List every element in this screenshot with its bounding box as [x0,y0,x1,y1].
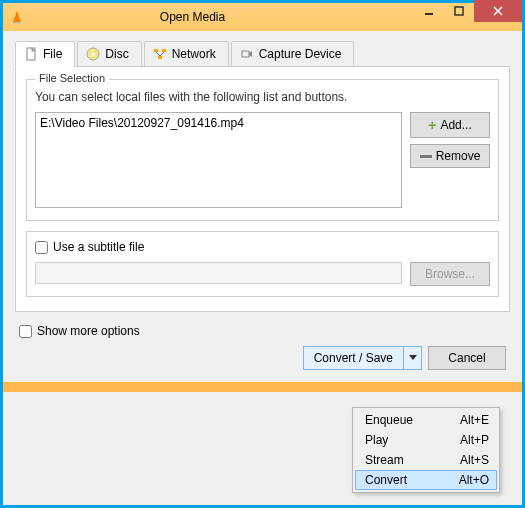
remove-button[interactable]: Remove [410,144,490,168]
cancel-button[interactable]: Cancel [428,346,506,370]
file-panel: File Selection You can select local file… [15,67,510,312]
browse-button-label: Browse... [425,267,475,281]
convert-save-button[interactable]: Convert / Save [303,346,404,370]
menu-item-shortcut: Alt+E [460,413,489,427]
menu-item-convert[interactable]: Convert Alt+O [355,470,497,490]
svg-point-8 [92,53,95,56]
svg-rect-14 [242,51,249,57]
subtitle-checkbox[interactable] [35,241,48,254]
minus-icon [420,155,432,158]
disc-icon [86,47,100,61]
menu-item-enqueue[interactable]: Enqueue Alt+E [355,410,497,430]
svg-marker-16 [409,355,417,360]
menu-item-stream[interactable]: Stream Alt+S [355,450,497,470]
tab-capture[interactable]: Capture Device [231,41,355,66]
remove-button-label: Remove [436,149,481,163]
tab-network[interactable]: Network [144,41,229,66]
tab-file-label: File [43,47,62,61]
menu-item-shortcut: Alt+O [459,473,489,487]
menu-item-label: Enqueue [365,413,413,427]
capture-icon [240,47,254,61]
window-controls [414,3,522,31]
show-more-label: Show more options [37,324,140,338]
network-icon [153,47,167,61]
file-selection-legend: File Selection [35,72,109,84]
cancel-button-label: Cancel [448,351,485,365]
plus-icon: + [428,117,436,133]
file-selection-fieldset: File Selection You can select local file… [26,79,499,221]
subtitle-path-input [35,262,402,284]
svg-rect-3 [455,7,463,15]
content-area: File Disc Network Capture Device File Se… [3,31,522,382]
add-button[interactable]: + Add... [410,112,490,138]
browse-button: Browse... [410,262,490,286]
convert-save-label: Convert / Save [314,351,393,365]
file-icon [24,47,38,61]
close-button[interactable] [474,0,522,22]
titlebar: Open Media [3,3,522,31]
svg-line-12 [156,52,160,56]
subtitle-checkbox-label: Use a subtitle file [53,240,144,254]
maximize-button[interactable] [444,0,474,22]
tab-disc[interactable]: Disc [77,41,141,66]
open-media-window: Open Media File Disc Network Capture Dev [0,0,525,508]
divider-bar [3,382,522,392]
svg-rect-11 [158,56,162,59]
menu-item-shortcut: Alt+P [460,433,489,447]
show-more-checkbox[interactable] [19,325,32,338]
tab-network-label: Network [172,47,216,61]
svg-rect-10 [162,49,166,52]
tab-file[interactable]: File [15,41,75,67]
file-list[interactable]: E:\Video Files\20120927_091416.mp4 [35,112,402,208]
svg-rect-9 [154,49,158,52]
tab-disc-label: Disc [105,47,128,61]
window-title: Open Media [0,10,414,24]
menu-item-label: Convert [365,473,407,487]
tabs: File Disc Network Capture Device [15,41,510,67]
subtitle-fieldset: Use a subtitle file Browse... [26,231,499,297]
svg-line-13 [160,52,164,56]
convert-dropdown-button[interactable] [404,346,422,370]
svg-rect-2 [425,13,433,15]
menu-item-label: Play [365,433,388,447]
menu-item-label: Stream [365,453,404,467]
file-selection-hint: You can select local files with the foll… [35,90,490,104]
menu-item-play[interactable]: Play Alt+P [355,430,497,450]
chevron-down-icon [409,355,417,361]
menu-item-shortcut: Alt+S [460,453,489,467]
tab-capture-label: Capture Device [259,47,342,61]
minimize-button[interactable] [414,0,444,22]
file-list-item[interactable]: E:\Video Files\20120927_091416.mp4 [40,116,397,130]
convert-dropdown-menu: Enqueue Alt+E Play Alt+P Stream Alt+S Co… [352,407,500,493]
action-row: Convert / Save Cancel [15,346,510,374]
add-button-label: Add... [440,118,471,132]
